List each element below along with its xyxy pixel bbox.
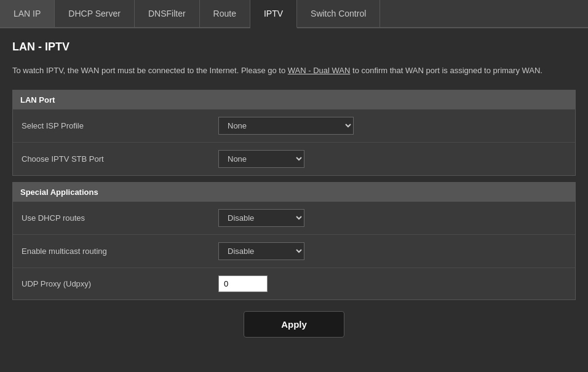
apply-button[interactable]: Apply [244,311,344,338]
udp-proxy-label: UDP Proxy (Udpxy) [22,279,218,288]
special-apps-header: Special Applications [13,183,575,202]
iptv-stb-port-row: Choose IPTV STB Port None [13,143,575,175]
dhcp-routes-row: Use DHCP routes Disable Enable [13,202,575,235]
lan-port-section: LAN Port Select ISP Profile None Choose … [12,90,576,176]
multicast-routing-control: Disable Enable [218,242,566,260]
isp-profile-control: None [218,117,566,135]
iptv-stb-port-select[interactable]: None [218,150,304,168]
main-content: LAN - IPTV To watch IPTV, the WAN port m… [0,28,588,350]
tab-dhcp-server[interactable]: DHCP Server [55,0,135,27]
wan-dual-wan-link[interactable]: WAN - Dual WAN [288,66,351,75]
tab-lan-ip[interactable]: LAN IP [0,0,55,27]
lan-port-header: LAN Port [13,90,575,109]
tab-route[interactable]: Route [200,0,250,27]
udp-proxy-control [218,275,566,292]
udp-proxy-input[interactable] [218,275,268,292]
info-text: To watch IPTV, the WAN port must be conn… [12,65,576,77]
tab-switch-control[interactable]: Switch Control [297,0,380,27]
lan-port-body: Select ISP Profile None Choose IPTV STB … [13,109,575,175]
multicast-routing-select[interactable]: Disable Enable [218,242,304,260]
multicast-routing-label: Enable multicast routing [22,247,218,256]
page-title: LAN - IPTV [12,41,576,53]
dhcp-routes-label: Use DHCP routes [22,213,218,223]
iptv-stb-port-control: None [218,150,566,168]
iptv-stb-port-label: Choose IPTV STB Port [22,154,218,164]
dhcp-routes-select[interactable]: Disable Enable [218,209,304,227]
isp-profile-select[interactable]: None [218,117,354,135]
tab-dnsfilter[interactable]: DNSFilter [135,0,200,27]
special-apps-body: Use DHCP routes Disable Enable Enable mu… [13,202,575,299]
special-apps-section: Special Applications Use DHCP routes Dis… [12,182,576,300]
multicast-routing-row: Enable multicast routing Disable Enable [13,235,575,268]
isp-profile-label: Select ISP Profile [22,121,218,130]
isp-profile-row: Select ISP Profile None [13,109,575,143]
apply-section: Apply [12,311,576,338]
dhcp-routes-control: Disable Enable [218,209,566,227]
udp-proxy-row: UDP Proxy (Udpxy) [13,268,575,299]
tab-iptv[interactable]: IPTV [250,0,297,28]
tab-bar: LAN IP DHCP Server DNSFilter Route IPTV … [0,0,588,28]
